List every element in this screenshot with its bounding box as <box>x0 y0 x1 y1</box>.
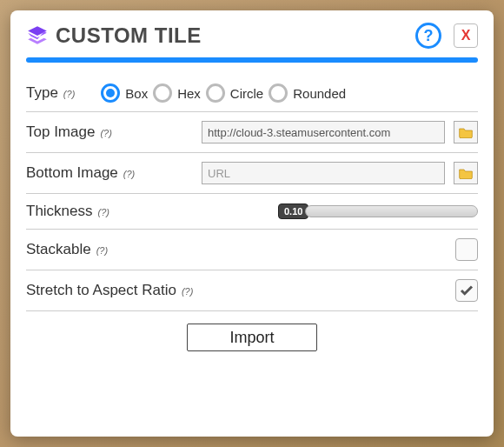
thickness-hint[interactable]: (?) <box>98 207 109 217</box>
check-icon <box>459 283 474 298</box>
top-image-browse-button[interactable] <box>454 121 478 143</box>
bottom-image-hint[interactable]: (?) <box>123 169 135 179</box>
window-title: CUSTOM TILE <box>56 23 408 48</box>
close-button[interactable]: X <box>454 23 478 48</box>
titlebar: CUSTOM TILE ? X <box>26 23 478 49</box>
thickness-track[interactable] <box>305 205 478 217</box>
stretch-hint[interactable]: (?) <box>182 286 193 297</box>
thickness-row: Thickness (?) 0.10 <box>26 194 478 230</box>
bottom-image-label-text: Bottom Image <box>26 164 118 182</box>
type-row: Type (?) Box Hex Circle Rounded <box>26 75 478 112</box>
type-option-hex-label: Hex <box>177 86 201 101</box>
stretch-controls <box>455 279 478 302</box>
stackable-row: Stackable (?) <box>26 230 478 270</box>
bottom-image-row: Bottom Image (?) <box>26 153 478 194</box>
bottom-image-controls <box>202 162 478 184</box>
type-option-circle[interactable]: Circle <box>206 83 263 103</box>
custom-tile-window: CUSTOM TILE ? X Type (?) Box Hex Circle <box>10 10 494 437</box>
import-button[interactable]: Import <box>187 324 317 351</box>
stackable-hint[interactable]: (?) <box>96 245 108 256</box>
stackable-checkbox[interactable] <box>455 238 478 261</box>
type-option-box[interactable]: Box <box>101 83 148 103</box>
type-option-box-label: Box <box>125 86 148 101</box>
bottom-image-browse-button[interactable] <box>454 162 478 184</box>
thickness-slider[interactable]: 0.10 <box>278 203 478 219</box>
type-option-rounded[interactable]: Rounded <box>269 83 346 103</box>
type-radio-group: Box Hex Circle Rounded <box>101 83 478 103</box>
folder-icon <box>459 126 473 138</box>
thickness-label-text: Thickness <box>26 203 93 220</box>
help-button[interactable]: ? <box>415 23 441 49</box>
stackable-label-text: Stackable <box>26 241 91 258</box>
layers-icon <box>26 24 49 47</box>
stackable-controls <box>455 238 478 261</box>
stretch-label: Stretch to Aspect Ratio (?) <box>26 282 193 299</box>
radio-icon <box>101 83 120 103</box>
close-icon: X <box>461 28 471 43</box>
top-image-hint[interactable]: (?) <box>100 128 111 138</box>
top-image-controls <box>202 121 478 143</box>
top-image-label: Top Image (?) <box>26 123 112 141</box>
top-image-label-text: Top Image <box>26 123 95 141</box>
type-option-hex[interactable]: Hex <box>153 83 201 103</box>
help-icon: ? <box>424 27 434 45</box>
thickness-value-badge: 0.10 <box>278 203 308 219</box>
import-row: Import <box>26 311 478 351</box>
radio-icon <box>206 83 225 103</box>
thickness-label: Thickness (?) <box>26 203 109 220</box>
radio-icon <box>153 83 172 103</box>
stretch-checkbox[interactable] <box>455 279 478 302</box>
bottom-image-label: Bottom Image (?) <box>26 164 135 182</box>
type-hint[interactable]: (?) <box>63 89 75 99</box>
top-image-input[interactable] <box>202 121 445 143</box>
header-divider <box>26 57 478 63</box>
stackable-label: Stackable (?) <box>26 241 108 258</box>
thickness-controls: 0.10 <box>278 203 478 219</box>
type-option-rounded-label: Rounded <box>293 86 346 101</box>
folder-icon <box>459 167 473 179</box>
type-label: Type (?) <box>26 84 75 102</box>
top-image-row: Top Image (?) <box>26 112 478 153</box>
radio-icon <box>269 83 288 103</box>
type-option-circle-label: Circle <box>230 86 263 101</box>
bottom-image-input[interactable] <box>202 162 445 184</box>
stretch-label-text: Stretch to Aspect Ratio <box>26 282 176 299</box>
stretch-row: Stretch to Aspect Ratio (?) <box>26 270 478 311</box>
type-label-text: Type <box>26 84 58 102</box>
